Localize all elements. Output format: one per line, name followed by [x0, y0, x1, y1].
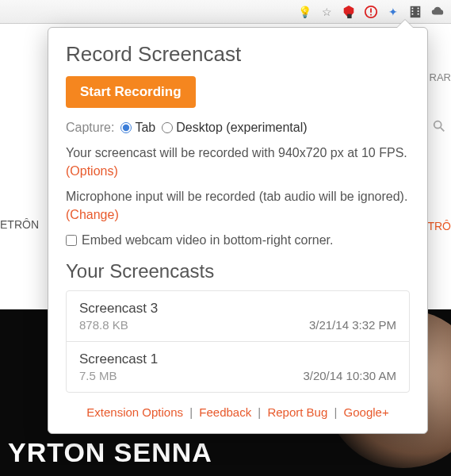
svg-rect-3 — [370, 8, 372, 12]
svg-point-12 — [434, 121, 441, 129]
item-size: 878.8 KB — [79, 318, 158, 332]
bulb-icon[interactable]: 💡 — [297, 5, 311, 19]
embed-webcam-label[interactable]: Embed webcam video in bottom-right corne… — [66, 232, 410, 249]
popup-title: Record Screencast — [66, 42, 410, 67]
extension-options-link[interactable]: Extension Options — [86, 405, 183, 419]
svg-rect-9 — [418, 7, 419, 9]
svg-rect-7 — [412, 10, 414, 12]
browser-toolbar: 💡 ☆ ✦ — [0, 0, 451, 24]
bg-hero-title: YRTON SENNA — [8, 437, 212, 468]
resolution-info: Your screencast will be recorded with 94… — [66, 144, 410, 180]
bg-text-orange: TRÔ — [427, 220, 451, 232]
svg-rect-8 — [412, 13, 414, 14]
item-date: 3/20/14 10:30 AM — [303, 369, 396, 382]
svg-rect-1 — [347, 13, 351, 17]
list-title: Your Screencasts — [66, 260, 410, 282]
mic-info: Microphone input will be recorded (tab a… — [66, 188, 410, 224]
start-recording-button[interactable]: Start Recording — [66, 76, 196, 108]
star-icon[interactable]: ☆ — [319, 5, 334, 19]
bg-text-rar: RAR — [430, 71, 451, 83]
popup-footer: Extension Options | Feedback | Report Bu… — [66, 405, 410, 419]
item-title: Screencast 1 — [79, 351, 158, 367]
capture-radio-desktop[interactable] — [162, 122, 173, 133]
film-icon[interactable] — [408, 5, 422, 19]
screencast-list: Screencast 3 878.8 KB 3/21/14 3:32 PM Sc… — [66, 290, 410, 393]
search-icon[interactable] — [432, 119, 446, 136]
item-date: 3/21/14 3:32 PM — [309, 318, 396, 332]
list-item[interactable]: Screencast 1 7.5 MB 3/20/14 10:30 AM — [67, 342, 409, 392]
star2-icon[interactable]: ✦ — [386, 5, 400, 19]
capture-radio-tab[interactable] — [120, 122, 132, 133]
svg-rect-10 — [418, 10, 419, 12]
svg-rect-4 — [370, 13, 372, 15]
capture-option-desktop[interactable]: Desktop (experimental) — [162, 119, 307, 136]
svg-rect-11 — [418, 13, 419, 14]
capture-label: Capture: — [66, 119, 114, 136]
svg-rect-6 — [412, 7, 414, 9]
googleplus-link[interactable]: Google+ — [344, 405, 389, 419]
svg-line-13 — [441, 128, 445, 132]
cloud-icon[interactable] — [430, 5, 445, 19]
bg-text-left: ETRÔN — [0, 218, 39, 231]
embed-webcam-checkbox[interactable] — [66, 235, 77, 246]
capture-mode-row: Capture: Tab Desktop (experimental) — [66, 119, 410, 136]
change-link[interactable]: (Change) — [66, 208, 119, 221]
capture-option-tab[interactable]: Tab — [120, 119, 155, 136]
report-bug-link[interactable]: Report Bug — [267, 405, 327, 419]
alert-icon[interactable] — [364, 5, 378, 19]
options-link[interactable]: (Options) — [66, 164, 118, 178]
list-item[interactable]: Screencast 3 878.8 KB 3/21/14 3:32 PM — [67, 291, 409, 342]
item-size: 7.5 MB — [79, 369, 158, 382]
shield-icon[interactable] — [342, 5, 356, 19]
embed-webcam-row: Embed webcam video in bottom-right corne… — [66, 232, 410, 249]
item-title: Screencast 3 — [79, 301, 158, 317]
feedback-link[interactable]: Feedback — [199, 405, 251, 419]
screencast-popup: Record Screencast Start Recording Captur… — [48, 27, 428, 434]
